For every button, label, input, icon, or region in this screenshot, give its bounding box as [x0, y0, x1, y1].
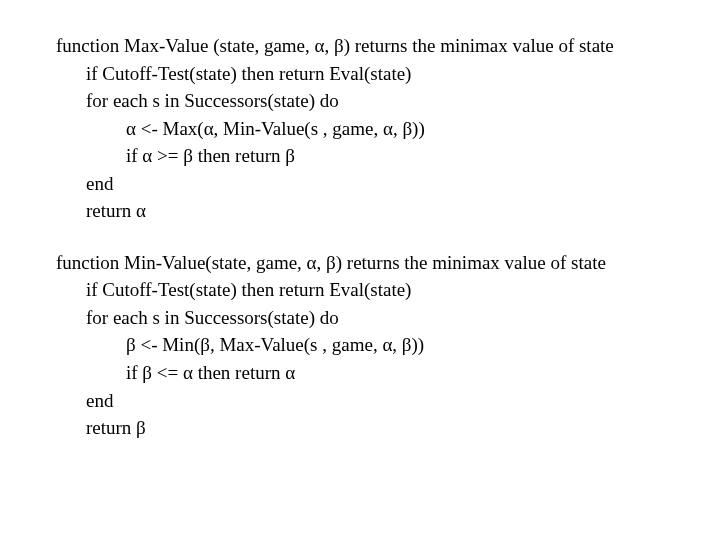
min-test: if β <= α then return α — [56, 359, 720, 387]
min-foreach: for each s in Successors(state) do — [56, 304, 720, 332]
min-end: end — [56, 387, 720, 415]
min-cutoff: if Cutoff-Test(state) then return Eval(s… — [56, 276, 720, 304]
min-assign: β <- Min(β, Max-Value(s , game, α, β)) — [56, 331, 720, 359]
max-assign: α <- Max(α, Min-Value(s , game, α, β)) — [56, 115, 720, 143]
max-cutoff: if Cutoff-Test(state) then return Eval(s… — [56, 60, 720, 88]
pseudocode-page: function Max-Value (state, game, α, β) r… — [0, 0, 720, 442]
max-end: end — [56, 170, 720, 198]
min-return: return β — [56, 414, 720, 442]
max-foreach: for each s in Successors(state) do — [56, 87, 720, 115]
max-test: if α >= β then return β — [56, 142, 720, 170]
min-signature: function Min-Value(state, game, α, β) re… — [56, 249, 720, 277]
max-return: return α — [56, 197, 720, 225]
spacer — [56, 225, 720, 249]
max-signature: function Max-Value (state, game, α, β) r… — [56, 32, 720, 60]
